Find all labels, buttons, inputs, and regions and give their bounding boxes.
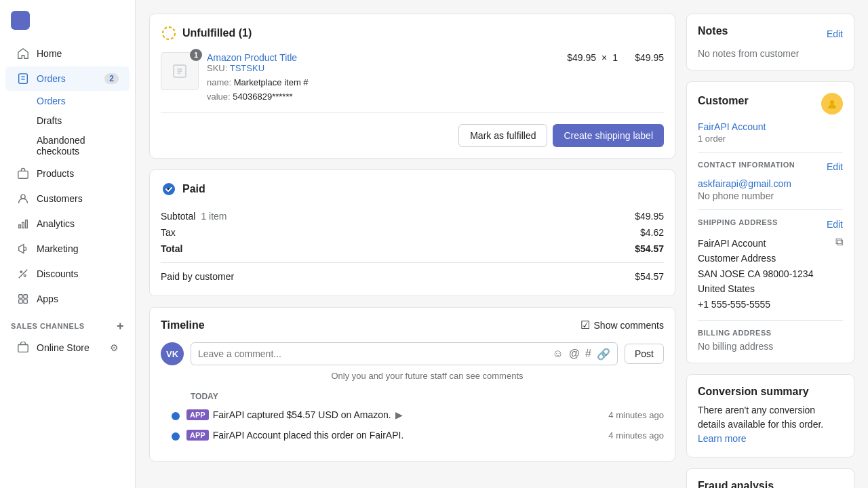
tax-label: Tax xyxy=(161,227,176,238)
unfulfilled-card: Unfulfilled (1) 1 Amazon Product Title S… xyxy=(149,14,675,159)
products-icon xyxy=(16,167,30,180)
shipping-address-header: SHIPPING ADDRESS Edit xyxy=(698,218,843,230)
sidebar-item-home-label: Home xyxy=(37,48,62,59)
sidebar-item-orders-label: Orders xyxy=(37,73,66,84)
customer-header: Customer xyxy=(698,93,843,115)
copy-address-button[interactable]: ⧉ xyxy=(835,236,843,248)
center-panel: Unfulfilled (1) 1 Amazon Product Title S… xyxy=(149,14,675,488)
subtotal-value: $49.95 xyxy=(635,211,664,222)
shipping-address: FairAPI Account Customer Address SAN JOS… xyxy=(698,236,813,312)
comment-input[interactable] xyxy=(198,343,552,365)
svg-rect-5 xyxy=(19,225,21,228)
add-sales-channel-btn[interactable]: + xyxy=(117,320,124,332)
svg-point-15 xyxy=(163,27,175,39)
sidebar-item-customers-label: Customers xyxy=(37,193,83,204)
sidebar-logo xyxy=(0,0,135,41)
sidebar-nav: Home Orders 2 Orders Drafts Abandoned ch… xyxy=(0,41,135,488)
contact-label: CONTACT INFORMATION xyxy=(698,161,795,169)
shopify-logo-icon xyxy=(11,11,30,30)
show-comments-label: Show comments xyxy=(594,320,664,331)
notes-header: Notes Edit xyxy=(698,25,843,43)
timeline-event-0: APP FairAPI captured $54.57 USD on Amazo… xyxy=(161,409,664,420)
comment-input-row: VK ☺ @ # 🔗 Post xyxy=(161,342,664,365)
sidebar-item-apps-label: Apps xyxy=(37,293,58,304)
svg-rect-11 xyxy=(24,295,27,298)
contact-phone: No phone number xyxy=(698,190,843,201)
timeline-expand-0[interactable]: ▶ xyxy=(395,409,403,420)
svg-rect-6 xyxy=(22,222,24,228)
sidebar-item-products-label: Products xyxy=(37,168,74,179)
svg-point-18 xyxy=(830,100,834,104)
show-comments-toggle[interactable]: ☑ Show comments xyxy=(580,319,664,331)
contact-email[interactable]: askfairapi@gmail.com xyxy=(698,178,843,189)
sidebar-item-products[interactable]: Products xyxy=(5,161,130,186)
timeline-today-label: TODAY xyxy=(191,392,664,401)
sidebar-item-apps[interactable]: Apps xyxy=(5,287,130,311)
comment-note: Only you and your future staff can see c… xyxy=(191,371,664,381)
sidebar: Home Orders 2 Orders Drafts Abandoned ch… xyxy=(0,0,136,488)
shipping-city-state: SAN JOSE CA 98000-1234 xyxy=(698,266,813,281)
timeline-event-content-0: APP FairAPI captured $54.57 USD on Amazo… xyxy=(186,409,664,420)
comment-icons: ☺ @ # 🔗 xyxy=(552,348,610,361)
timeline-title: Timeline xyxy=(161,319,205,331)
address-row: FairAPI Account Customer Address SAN JOS… xyxy=(698,236,843,312)
svg-rect-7 xyxy=(26,220,28,228)
sidebar-item-online-store[interactable]: Online Store ⚙ xyxy=(5,336,130,360)
timeline-event-content-1: APP FairAPI Account placed this order on… xyxy=(186,430,664,441)
svg-point-9 xyxy=(24,274,26,277)
svg-rect-3 xyxy=(18,171,28,178)
shipping-edit-button[interactable]: Edit xyxy=(827,219,843,230)
mark-as-fulfilled-button[interactable]: Mark as fulfilled xyxy=(458,124,547,147)
mention-icon[interactable]: @ xyxy=(569,348,580,360)
timeline-dot-1 xyxy=(172,432,180,441)
unfulfilled-header: Unfulfilled (1) xyxy=(161,25,664,41)
sidebar-item-marketing[interactable]: Marketing xyxy=(5,237,130,261)
orders-badge: 2 xyxy=(104,73,119,84)
emoji-icon[interactable]: ☺ xyxy=(552,348,563,360)
timeline-dot-0 xyxy=(172,412,180,420)
customer-divider-3 xyxy=(698,320,843,321)
online-store-settings-icon[interactable]: ⚙ xyxy=(110,342,119,353)
svg-rect-12 xyxy=(19,300,22,303)
shipping-name: FairAPI Account xyxy=(698,236,813,251)
multiply-sign: × xyxy=(601,52,607,63)
sidebar-item-orders[interactable]: Orders 2 xyxy=(5,66,130,91)
product-row: 1 Amazon Product Title SKU: TSTSKU name:… xyxy=(161,52,664,102)
customer-name[interactable]: FairAPI Account xyxy=(698,121,843,132)
paid-card: Paid Subtotal 1 item $49.95 Tax $4.62 To… xyxy=(149,169,675,296)
home-icon xyxy=(16,47,30,60)
notes-edit-button[interactable]: Edit xyxy=(827,28,843,39)
create-shipping-label-button[interactable]: Create shipping label xyxy=(553,124,664,147)
product-quantity-badge: 1 xyxy=(190,49,202,61)
fraud-analysis-card: Fraud analysis xyxy=(686,468,854,488)
sidebar-sub-orders[interactable]: Orders xyxy=(5,92,130,110)
product-name[interactable]: Amazon Product Title xyxy=(207,52,559,63)
shipping-phone: +1 555-555-5555 xyxy=(698,297,813,312)
conversion-card: Conversion summary There aren't any conv… xyxy=(686,374,854,458)
sidebar-item-discounts[interactable]: Discounts xyxy=(5,262,130,286)
subtotal-label: Subtotal xyxy=(161,211,195,222)
notes-text: No notes from customer xyxy=(698,48,843,59)
customer-divider-1 xyxy=(698,152,843,152)
svg-point-8 xyxy=(20,271,22,273)
billing-text: No billing address xyxy=(698,341,843,352)
sidebar-item-analytics[interactable]: Analytics xyxy=(5,211,130,236)
post-button[interactable]: Post xyxy=(625,344,664,364)
attachment-icon[interactable]: 🔗 xyxy=(597,348,610,361)
hashtag-icon[interactable]: # xyxy=(585,348,591,360)
sidebar-sub-drafts[interactable]: Drafts xyxy=(5,111,130,130)
learn-more-link[interactable]: Learn more xyxy=(698,433,747,444)
contact-edit-button[interactable]: Edit xyxy=(827,161,843,172)
product-sku: SKU: TSTSKU xyxy=(207,63,559,73)
paid-by-label: Paid by customer xyxy=(161,271,234,282)
sidebar-item-home[interactable]: Home xyxy=(5,41,130,66)
notes-card: Notes Edit No notes from customer xyxy=(686,14,854,70)
billing-label: BILLING ADDRESS xyxy=(698,329,843,337)
sidebar-item-customers[interactable]: Customers xyxy=(5,186,130,211)
product-sku-value: TSTSKU xyxy=(230,63,264,73)
sidebar-sub-abandoned[interactable]: Abandoned checkouts xyxy=(5,131,130,161)
customer-card: Customer FairAPI Account 1 order CONTACT… xyxy=(686,81,854,363)
svg-rect-13 xyxy=(24,300,27,303)
product-meta-value: value: 54036829****** xyxy=(207,92,559,102)
conversion-title: Conversion summary xyxy=(698,386,843,398)
